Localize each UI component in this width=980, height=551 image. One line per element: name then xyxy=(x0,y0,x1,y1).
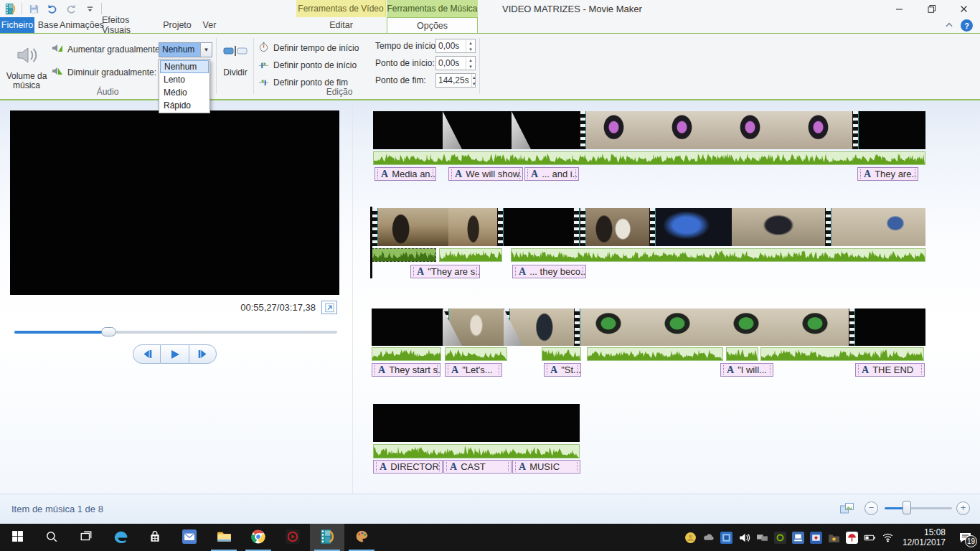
monitors-icon[interactable] xyxy=(756,532,768,544)
transition-wedge xyxy=(504,309,523,346)
notification-badge: 19 xyxy=(965,535,977,547)
taskbar-search-button[interactable] xyxy=(34,524,69,551)
caption-item[interactable]: A"Let's... xyxy=(445,363,502,377)
paint-icon xyxy=(354,529,369,546)
wifi-icon[interactable] xyxy=(882,532,894,544)
dropdown-option-rápido[interactable]: Rápido xyxy=(160,99,209,112)
caption-item[interactable]: AWe will show... xyxy=(448,167,523,181)
timeline-clip[interactable] xyxy=(580,111,852,149)
folder-star-icon[interactable] xyxy=(828,532,840,544)
taskbar-chrome-button[interactable] xyxy=(241,524,275,551)
volume-icon[interactable] xyxy=(738,532,750,544)
timeline-clip[interactable] xyxy=(574,309,849,346)
audio-waveform[interactable] xyxy=(445,347,507,361)
dropdown-option-lento[interactable]: Lento xyxy=(160,73,209,86)
dropdown-option-médio[interactable]: Médio xyxy=(160,86,209,99)
onedrive-icon[interactable] xyxy=(702,532,715,544)
audio-waveform[interactable] xyxy=(760,347,924,361)
timeline-clip[interactable] xyxy=(504,309,574,346)
timeline-clip[interactable] xyxy=(512,111,580,149)
film-sprocket xyxy=(372,208,378,246)
caption-item[interactable]: AThey are... xyxy=(857,167,918,181)
statusbar: Item de música 1 de 8 − + xyxy=(0,494,980,524)
audio-waveform[interactable] xyxy=(542,347,581,361)
timeline-clip[interactable] xyxy=(649,208,732,246)
recorder-icon[interactable] xyxy=(810,532,822,544)
film-sprocket xyxy=(849,309,855,346)
caption-item[interactable]: A"St... xyxy=(544,363,581,377)
taskbar-store-button[interactable] xyxy=(138,524,172,551)
fade-in-dropdown-list: NenhumLentoMédioRápido xyxy=(159,59,210,113)
audio-waveform[interactable] xyxy=(372,347,441,361)
text-icon: A xyxy=(451,365,458,375)
timeline-clip[interactable] xyxy=(849,309,925,346)
taskbar-start-button[interactable] xyxy=(0,524,34,551)
status-text: Item de música 1 de 8 xyxy=(11,504,103,514)
caption-item[interactable]: AMedia an... xyxy=(374,167,436,181)
taskbar-explorer-button[interactable] xyxy=(207,524,241,551)
taskbar-taskview-button[interactable] xyxy=(69,524,103,551)
audio-waveform[interactable] xyxy=(726,347,758,361)
timeline-clip[interactable] xyxy=(732,208,825,246)
moviemaker-icon xyxy=(319,529,335,547)
timeline-clip[interactable] xyxy=(372,208,448,246)
app-blue-icon[interactable] xyxy=(720,532,732,544)
timeline-clip[interactable] xyxy=(373,404,580,442)
laptop-icon[interactable] xyxy=(792,532,804,544)
transition-wedge xyxy=(443,309,462,346)
timeline-clip[interactable] xyxy=(448,208,504,246)
audio-waveform[interactable] xyxy=(372,248,436,262)
taskbar-moviemaker-button[interactable] xyxy=(310,524,344,551)
transition-wedge xyxy=(512,111,531,149)
audio-waveform[interactable] xyxy=(373,151,925,165)
timeline-clip[interactable] xyxy=(373,111,443,149)
caption-item[interactable]: ADIRECTOR xyxy=(373,460,443,474)
film-sprocket xyxy=(825,208,831,246)
caption-label: DIRECTOR xyxy=(390,461,439,472)
timeline-clip[interactable] xyxy=(580,208,649,246)
caption-item[interactable]: A"They are s... xyxy=(410,265,480,278)
chrome-icon xyxy=(251,529,265,546)
zoom-in-button[interactable]: + xyxy=(956,501,970,515)
taskbar-edge-button[interactable] xyxy=(103,524,138,551)
zoom-out-button[interactable]: − xyxy=(864,501,878,515)
text-icon: A xyxy=(862,365,869,375)
text-icon: A xyxy=(380,462,387,472)
audio-waveform[interactable] xyxy=(587,347,723,361)
caption-item[interactable]: ATHE END xyxy=(855,363,925,377)
caption-item[interactable]: A... and i... xyxy=(524,167,579,181)
user-icon[interactable] xyxy=(684,532,697,544)
action-center-icon[interactable]: 19 xyxy=(954,527,976,548)
caption-item[interactable]: A... they beco... xyxy=(512,265,586,278)
nvidia-icon[interactable] xyxy=(774,532,786,544)
timeline-clip[interactable] xyxy=(443,309,504,346)
timeline-zoom-slider[interactable] xyxy=(885,507,952,509)
text-icon: A xyxy=(519,267,526,277)
avira-icon[interactable] xyxy=(846,532,858,544)
movie-maker-window: Ferramentas de Vídeo Ferramentas de Músi… xyxy=(0,0,980,551)
timeline-clip[interactable] xyxy=(825,208,925,246)
caption-item[interactable]: ACAST xyxy=(443,460,512,474)
timeline-clip[interactable] xyxy=(372,309,443,346)
caption-item[interactable]: AThey start s... xyxy=(372,363,440,377)
film-sprocket xyxy=(852,111,859,149)
taskbar-mail-button[interactable] xyxy=(172,524,207,551)
thumbnail-view-button[interactable] xyxy=(837,500,856,516)
taskbar-paint-button[interactable] xyxy=(344,524,379,551)
timeline-clip[interactable] xyxy=(443,111,512,149)
audio-waveform[interactable] xyxy=(373,444,580,458)
caption-item[interactable]: A"I will... xyxy=(720,363,773,377)
audio-waveform[interactable] xyxy=(511,248,925,262)
timeline-clip[interactable] xyxy=(852,111,925,149)
playhead[interactable] xyxy=(370,207,372,278)
audio-waveform[interactable] xyxy=(439,248,502,262)
film-sprocket xyxy=(580,111,586,149)
dropdown-option-nenhum[interactable]: Nenhum xyxy=(160,60,209,73)
caption-item[interactable]: AMUSIC xyxy=(512,460,580,474)
battery-icon[interactable] xyxy=(864,532,876,544)
zoom-slider-thumb[interactable] xyxy=(903,501,911,514)
film-sprocket xyxy=(649,208,656,246)
taskbar-powerdvd-button[interactable] xyxy=(275,524,310,551)
taskbar-clock[interactable]: 15:08 12/01/2017 xyxy=(903,527,946,547)
timeline-clip[interactable] xyxy=(504,208,580,246)
